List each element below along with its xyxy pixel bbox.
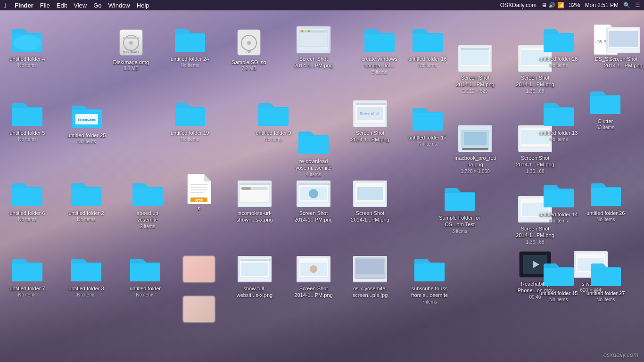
edit-menu[interactable]: Edit [57,2,67,9]
help-menu[interactable]: Help [137,2,149,9]
item-sublabel: No items [136,292,154,297]
item-sublabel: 5 items [372,70,387,75]
desktop-item-uf3[interactable]: untitled folder 3 No items [67,253,105,297]
menubar-left:  Finder File Edit View Go Window Help [4,1,149,9]
folder-icon-wrapper [171,24,209,56]
desktop-item-rss[interactable]: subscribe to rss from s...osemite 7 item… [408,253,451,304]
desktop-item-uf7[interactable]: untitled folder 7 No items [8,253,46,297]
folder-icon [11,26,43,53]
svg-rect-50 [239,182,270,202]
desktop-item-sampleiso[interactable]: ISO SampleISO.iso 7.2 MB [230,27,268,71]
desktop-item-uf14[interactable]: untitled folder 14 No items [539,179,578,223]
screenshot-thumb [458,125,492,152]
item-label: Screen Shot 2014-1...PM.png [292,56,335,69]
desktop-item-uf28[interactable]: untitled folder 28 No items [539,24,578,68]
desktop-item-ss2[interactable]: Screen Shot 2014-1...PM.png 1,112 × 629 [454,42,496,94]
desktop-item-showfull[interactable]: show-full-websit...s-x.png [233,253,276,299]
item-label: incomplete-url-shown...s-x.png [233,210,276,223]
desktop-item-cwc[interactable]: create windows compa...fol... 5 items [358,24,401,75]
screenshot-thumb [297,26,330,53]
folder-icon [589,89,621,115]
folder-icon-wrapper [587,178,625,210]
desktop-item-uf16[interactable]: untitled folder 16 No items [408,24,446,68]
item-sublabel: 1,36...68 [526,169,545,174]
desktop-item-blurred2[interactable] [180,293,218,325]
folder-icon [70,181,102,207]
desktop-item-osxdaily[interactable]: osxdaily.com untitled folder 25 No items [67,100,106,144]
desktop-item-samplefolder[interactable]: Sample Folder for OS...om Test 3 items [438,182,481,234]
desktop-item-uf5[interactable]: untitled folder 5 No items [8,98,46,142]
item-label: Screen Shot 2014-1...PM.png [292,210,335,223]
desktop-item-ss7[interactable]: Screen Shot 2014-1...PM.png [349,178,391,223]
desktop-item-ss1[interactable]: Screen Shot 2014-1...PM.png [292,24,335,69]
desktop-item-redownload[interactable]: re-download yosemi...semite 4 items [292,126,335,177]
item-label: untitled folder 26 [586,210,625,216]
folder-icon-wrapper: osxdaily.com [68,100,106,132]
svg-text:RTF: RTF [195,198,203,203]
window-menu[interactable]: Window [108,2,130,9]
folder-icon [543,182,575,208]
desktop-item-rtf[interactable]: RTF s [180,173,218,212]
folder-icon-wrapper [361,24,398,56]
item-label: subscribe to rss from s...osemite [408,285,451,299]
item-label: untitled folder 2 [68,210,104,216]
item-sublabel: No items [549,137,568,142]
iso-icon: ISO [236,29,262,57]
desktop-item-ssright[interactable]: Screen Shot 2014-1...PM.png [603,24,644,69]
apple-menu[interactable]:  [4,1,6,9]
desktop-item-ss9[interactable]: Screen Shot 2014-1...PM.png [292,253,335,299]
folder-icon [543,261,575,287]
svg-rect-21 [461,48,489,50]
folder-icon-wrapper [255,98,292,130]
svg-rect-14 [300,30,327,33]
list-icon[interactable]: ☰ [635,2,640,8]
desktop-item-macbook[interactable]: macbook_pro_retina.png 1,726 × 1,050 [454,123,496,174]
item-label: Screen Shot 2014-1...PM.png [514,155,556,168]
desktop-item-uf17[interactable]: untitled folder 17 No items [408,102,446,147]
item-sublabel: No items [264,137,282,142]
desktop-item-uf6[interactable]: untitled folder 6 No items [8,178,46,222]
desktop-item-uf4[interactable]: untitled folder 4 No items [8,24,46,68]
desktop-item-uf26[interactable]: untitled folder 26 No items [586,178,625,222]
desktop-item-uf2[interactable]: untitled folder 2 No items [67,178,105,222]
screenshot-icon-wrapper [604,24,642,56]
desktop-item-uf19[interactable]: untitled folder 19 No items [171,98,209,142]
desktop-item-diskimage[interactable]: DISK IMAGE DiskImage.dmg 8.3 MB [112,27,150,71]
finder-menu[interactable]: Finder [15,2,33,9]
item-sublabel: No items [77,217,95,222]
item-label: create windows compa...fol... [358,56,401,69]
watermark: osxdaily.com [603,351,638,358]
item-label: s [198,205,200,212]
desktop-item-clutter[interactable]: Clutter 63 items [586,86,624,130]
item-sublabel: No items [549,218,568,223]
item-label: SampleISO.iso [231,59,266,66]
desktop-item-uf9[interactable]: untitled folder 9 No items [255,98,292,142]
folder-icon-wrapper [441,182,479,214]
dmg-icon: DISK IMAGE [118,29,144,57]
desktop-item-uf13[interactable]: untitled folder 13 No items [539,98,578,142]
folder-icon-wrapper [540,24,578,56]
go-menu[interactable]: Go [93,2,101,9]
menubar-right: OSXDaily.com 🖥 🔊 📶 32% Mon 2:51 PM 🔍 ☰ [500,2,640,8]
screenshot-icon-wrapper [456,42,494,74]
desktop-item-blurred1[interactable] [180,253,218,285]
item-label: Screen Shot 2014-1...PM.png [349,210,391,223]
desktop-item-uf15[interactable]: untitled folder 15 No items [539,258,578,302]
screenshot-thumb [458,45,492,72]
desktop-item-ss4[interactable]: Screenshot Screen Shot 2014-1...PM.png [349,98,391,143]
desktop-item-osxyosemite[interactable]: os-x-yosemite-screen...ple.jpg [349,253,391,299]
desktop-item-ufplain[interactable]: untitled folder No items [126,253,164,297]
desktop-item-incompleteurl[interactable]: incomplete-url-shown...s-x.png [233,178,276,223]
desktop-item-ss6[interactable]: Screen Shot 2014-1...PM.png [292,178,335,223]
folder-icon [11,181,43,207]
item-sublabel: No items [18,137,36,142]
svg-rect-5 [123,37,140,39]
item-label: show-full-websit...s-x.png [233,285,276,299]
search-icon[interactable]: 🔍 [623,2,630,8]
desktop-item-uf24[interactable]: untitled folder 24 No items [171,24,209,68]
desktop-item-uf27[interactable]: untitled folder 27 No items [586,258,625,302]
item-label: untitled folder 15 [539,290,578,296]
file-menu[interactable]: File [40,2,50,9]
view-menu[interactable]: View [74,2,87,9]
desktop-item-speedup[interactable]: speed up yosemite 2 items [126,178,169,229]
